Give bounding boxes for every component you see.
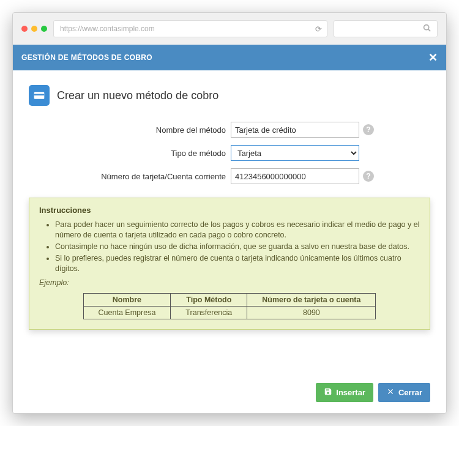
example-label: Ejemplo: [39,278,420,287]
row-number: Número de tarjeta/Cuenta corriente ? [29,168,430,184]
help-icon[interactable]: ? [363,124,374,135]
svg-rect-3 [34,94,45,96]
app-window: https://www.contasimple.com ⟳ GESTIÓN DE… [12,12,447,414]
label-number: Número de tarjeta/Cuenta corriente [29,172,231,181]
page-title-row: Crear un nuevo método de cobro [29,85,430,106]
modal-content: Crear un nuevo método de cobro Nombre de… [13,70,446,413]
browser-titlebar: https://www.contasimple.com ⟳ [13,13,446,45]
instruction-item: Si lo prefieres, puedes registrar el núm… [55,253,420,274]
instruction-item: Para poder hacer un seguimiento correcto… [55,220,420,240]
example-table: Nombre Tipo Método Número de tarjeta o c… [83,293,376,319]
th-nombre: Nombre [83,294,171,307]
instruction-item: Contasimple no hace ningún uso de dicha … [55,242,420,252]
save-icon [324,387,332,398]
insert-label: Insertar [336,388,365,397]
close-icon[interactable]: ✕ [428,51,438,64]
instructions-list: Para poder hacer un seguimiento correcto… [55,220,420,273]
td-numero: 8090 [247,307,376,319]
url-text: https://www.contasimple.com [60,24,155,33]
help-icon[interactable]: ? [363,171,374,182]
svg-point-0 [424,25,429,30]
insert-button[interactable]: Insertar [316,383,373,402]
modal-title: GESTIÓN DE MÉTODOS DE COBRO [21,53,152,62]
label-method-type: Tipo de método [29,149,231,158]
url-bar[interactable]: https://www.contasimple.com ⟳ [53,20,327,37]
th-numero: Número de tarjeta o cuenta [247,294,376,307]
search-bar[interactable] [334,20,438,37]
window-controls [21,26,47,32]
select-method-type[interactable]: Tarjeta [231,145,359,161]
row-method-type: Tipo de método Tarjeta [29,145,430,161]
footer-buttons: Insertar Cerrar [316,383,430,402]
reload-icon[interactable]: ⟳ [315,24,322,34]
th-tipo: Tipo Método [171,294,247,307]
maximize-window-dot[interactable] [41,26,47,32]
input-method-name[interactable] [231,122,359,138]
form: Nombre del método ? Tipo de método Tarje… [29,122,430,184]
close-label: Cerrar [398,388,422,397]
table-row: Cuenta Empresa Transferencia 8090 [83,307,376,319]
svg-line-1 [428,29,430,31]
page-heading: Crear un nuevo método de cobro [57,89,218,102]
minimize-window-dot[interactable] [31,26,37,32]
instructions-panel: Instrucciones Para poder hacer un seguim… [29,198,430,330]
label-method-name: Nombre del método [29,125,231,135]
search-icon [423,23,431,34]
td-tipo: Transferencia [171,307,247,319]
close-window-dot[interactable] [21,26,28,32]
instructions-title: Instrucciones [39,206,420,215]
table-header-row: Nombre Tipo Método Número de tarjeta o c… [83,294,376,307]
card-icon [29,85,50,106]
td-nombre: Cuenta Empresa [83,307,171,319]
input-number[interactable] [231,168,359,184]
close-button[interactable]: Cerrar [378,383,430,402]
modal-header: GESTIÓN DE MÉTODOS DE COBRO ✕ [13,45,446,70]
close-x-icon [386,387,395,398]
row-method-name: Nombre del método ? [29,122,430,138]
